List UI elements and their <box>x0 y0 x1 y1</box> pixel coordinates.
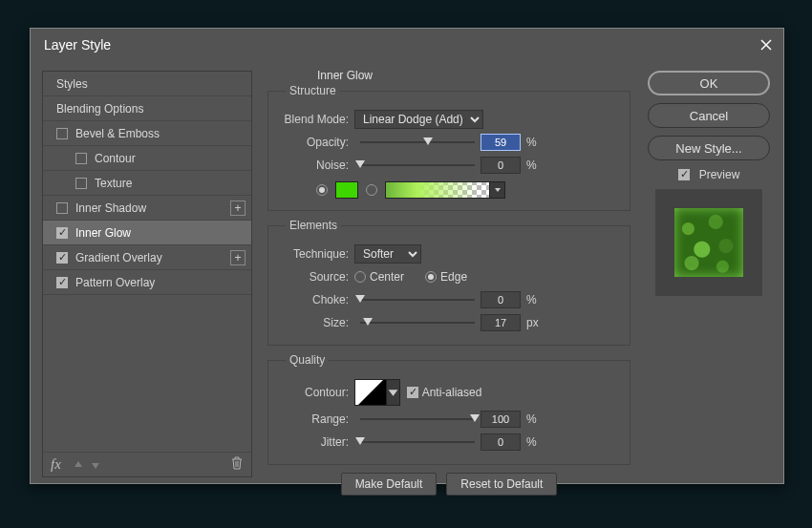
anti-aliased-checkbox[interactable] <box>407 387 418 398</box>
size-unit: px <box>521 316 542 329</box>
jitter-label: Jitter: <box>278 435 354 449</box>
jitter-slider[interactable] <box>360 433 475 451</box>
source-label: Source: <box>278 270 354 284</box>
close-button[interactable] <box>757 35 776 54</box>
pattern-overlay-checkbox[interactable] <box>56 277 68 288</box>
size-label: Size: <box>278 316 354 329</box>
size-slider[interactable] <box>360 314 475 331</box>
styles-footer: fx <box>43 452 251 476</box>
texture-checkbox[interactable] <box>75 178 87 189</box>
noise-label: Noise: <box>278 158 354 172</box>
texture-label: Texture <box>95 177 132 190</box>
contour-label: Contour: <box>278 386 354 399</box>
styles-header[interactable]: Styles <box>43 72 251 96</box>
gradient-dropdown[interactable] <box>490 181 505 199</box>
settings-panel: Inner Glow Structure Blend Mode: Linear … <box>267 65 630 496</box>
dialog-title: Layer Style <box>44 37 111 53</box>
gradient-overlay-add-button[interactable]: + <box>230 250 246 265</box>
structure-legend: Structure <box>286 84 340 97</box>
style-row-pattern-overlay[interactable]: Pattern Overlay <box>43 270 251 295</box>
opacity-input[interactable] <box>481 134 521 151</box>
source-edge-label: Edge <box>440 270 467 284</box>
elements-legend: Elements <box>286 219 341 232</box>
color-swatch[interactable] <box>335 181 358 199</box>
source-center-option[interactable]: Center <box>354 270 404 284</box>
blend-mode-label: Blend Mode: <box>278 113 354 126</box>
bevel-label: Bevel & Emboss <box>75 127 160 140</box>
blending-options-label: Blending Options <box>56 102 143 116</box>
contour-picker[interactable] <box>354 379 387 406</box>
choke-input[interactable] <box>481 291 521 308</box>
preview-box <box>655 189 762 296</box>
technique-select[interactable]: Softer <box>354 244 421 264</box>
opacity-unit: % <box>521 136 542 149</box>
noise-slider[interactable] <box>360 157 475 174</box>
anti-aliased-label: Anti-aliased <box>422 386 482 399</box>
structure-group: Structure Blend Mode: Linear Dodge (Add)… <box>267 84 630 211</box>
titlebar: Layer Style <box>31 29 783 61</box>
style-row-contour[interactable]: Contour <box>43 146 251 171</box>
range-label: Range: <box>278 412 354 426</box>
gradient-overlay-checkbox[interactable] <box>56 252 68 264</box>
cancel-button[interactable]: Cancel <box>648 103 770 128</box>
inner-shadow-checkbox[interactable] <box>56 202 68 214</box>
choke-slider[interactable] <box>360 291 475 308</box>
move-down-button[interactable] <box>88 457 103 473</box>
style-row-inner-glow[interactable]: Inner Glow <box>43 221 251 245</box>
choke-label: Choke: <box>278 293 354 306</box>
move-up-button[interactable] <box>71 457 86 473</box>
style-row-inner-shadow[interactable]: Inner Shadow + <box>43 196 251 221</box>
jitter-input[interactable] <box>481 433 521 451</box>
opacity-label: Opacity: <box>278 136 354 149</box>
inner-shadow-add-button[interactable]: + <box>230 201 246 216</box>
elements-group: Elements Technique: Softer Source: Cente… <box>267 219 630 346</box>
close-icon <box>760 39 772 51</box>
bevel-checkbox[interactable] <box>56 128 68 139</box>
inner-glow-checkbox[interactable] <box>56 227 68 239</box>
style-row-bevel[interactable]: Bevel & Emboss <box>43 121 251 146</box>
source-edge-option[interactable]: Edge <box>425 270 467 284</box>
preview-checkbox[interactable] <box>678 169 690 180</box>
preview-image <box>674 208 743 277</box>
layer-style-dialog: Layer Style Styles Blending Options Beve… <box>30 28 784 484</box>
contour-checkbox[interactable] <box>75 153 87 164</box>
ok-button[interactable]: OK <box>648 71 770 95</box>
styles-header-label: Styles <box>56 77 88 91</box>
quality-group: Quality Contour: Anti-aliased Range: % <box>267 353 630 465</box>
delete-button[interactable] <box>230 456 244 473</box>
size-input[interactable] <box>481 314 521 331</box>
styles-panel: Styles Blending Options Bevel & Emboss C… <box>42 71 252 477</box>
blending-options-row[interactable]: Blending Options <box>43 96 251 121</box>
quality-legend: Quality <box>286 353 329 367</box>
contour-label: Contour <box>95 152 136 165</box>
gradient-radio[interactable] <box>366 184 377 196</box>
jitter-unit: % <box>521 435 542 449</box>
gradient-overlay-label: Gradient Overlay <box>75 251 162 264</box>
contour-dropdown[interactable] <box>387 379 400 406</box>
panel-title: Inner Glow <box>317 69 630 82</box>
range-input[interactable] <box>481 411 521 428</box>
range-slider[interactable] <box>360 411 475 428</box>
trash-icon <box>230 456 244 470</box>
choke-unit: % <box>521 293 542 306</box>
fx-menu[interactable]: fx <box>51 456 61 473</box>
inner-glow-label: Inner Glow <box>75 226 131 240</box>
reset-default-button[interactable]: Reset to Default <box>446 473 557 496</box>
opacity-slider[interactable] <box>360 134 475 151</box>
technique-label: Technique: <box>278 247 354 261</box>
action-panel: OK Cancel New Style... Preview <box>648 71 770 296</box>
blend-mode-select[interactable]: Linear Dodge (Add) <box>354 110 483 129</box>
style-row-gradient-overlay[interactable]: Gradient Overlay + <box>43 245 251 270</box>
noise-input[interactable] <box>481 157 521 174</box>
range-unit: % <box>521 412 542 426</box>
color-radio[interactable] <box>316 184 328 196</box>
gradient-picker[interactable] <box>385 181 490 199</box>
inner-shadow-label: Inner Shadow <box>75 201 146 215</box>
make-default-button[interactable]: Make Default <box>341 473 438 496</box>
preview-label: Preview <box>699 168 740 181</box>
style-row-texture[interactable]: Texture <box>43 171 251 196</box>
pattern-overlay-label: Pattern Overlay <box>75 276 155 289</box>
source-center-label: Center <box>370 270 404 284</box>
noise-unit: % <box>521 158 542 172</box>
new-style-button[interactable]: New Style... <box>648 136 770 160</box>
